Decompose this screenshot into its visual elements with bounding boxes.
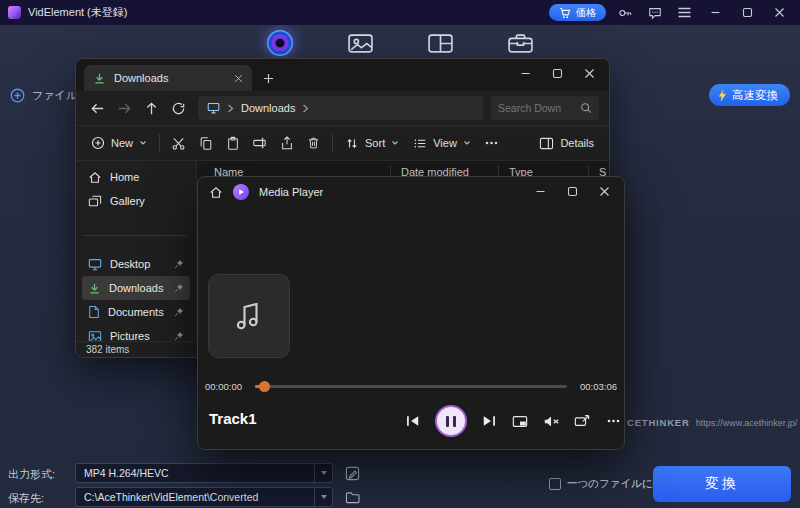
gallery-icon — [88, 195, 102, 208]
breadcrumb-downloads[interactable]: Downloads — [241, 102, 295, 114]
dropdown-caret-icon — [314, 464, 332, 482]
register-key-button[interactable] — [613, 4, 636, 22]
new-button-label: New — [111, 137, 133, 149]
sidebar-item-pictures[interactable]: Pictures — [82, 324, 190, 341]
cut-button[interactable] — [165, 129, 192, 157]
pin-icon — [174, 307, 184, 317]
seek-bar[interactable] — [255, 385, 567, 388]
back-button[interactable] — [86, 97, 109, 120]
player-home-button[interactable] — [209, 186, 223, 199]
chevron-down-icon — [139, 139, 147, 147]
media-player-window: Media Player 00:00:00 00:03:06 Track1 — [197, 176, 625, 450]
pin-icon — [174, 283, 184, 293]
explorer-maximize-button[interactable] — [541, 60, 573, 86]
explorer-minimize-button[interactable] — [509, 60, 541, 86]
new-button[interactable]: New — [84, 129, 154, 157]
explorer-sidebar: Home Gallery Desktop Downloads Documents — [76, 161, 196, 341]
more-dots-icon — [607, 419, 620, 423]
pause-icon — [446, 416, 449, 427]
toolbar-divider — [159, 134, 160, 152]
add-file-button[interactable]: ファイル — [10, 88, 77, 103]
player-maximize-button[interactable] — [556, 178, 588, 204]
search-input[interactable] — [498, 102, 576, 114]
copy-button[interactable] — [192, 129, 219, 157]
app-close-button[interactable] — [767, 4, 792, 22]
output-format-select[interactable]: MP4 H.264/HEVC — [75, 463, 333, 483]
forward-button[interactable] — [113, 97, 136, 120]
save-path-value: C:\AceThinker\VidElement\Converted — [84, 491, 258, 503]
player-controls: Track1 — [198, 401, 624, 441]
sidebar-item-label: Home — [110, 171, 139, 183]
trash-icon — [307, 136, 320, 150]
tab-converter[interactable] — [265, 28, 295, 58]
sort-button[interactable]: Sort — [338, 129, 406, 157]
price-button[interactable]: 価格 — [549, 4, 606, 21]
download-icon — [88, 282, 101, 295]
player-close-button[interactable] — [588, 178, 620, 204]
transport-controls — [404, 401, 622, 441]
sidebar-item-downloads[interactable]: Downloads — [82, 276, 190, 300]
seek-thumb[interactable] — [259, 381, 270, 392]
price-button-label: 価格 — [576, 6, 596, 20]
edit-format-button[interactable] — [341, 463, 363, 483]
fast-convert-button[interactable]: 高速変換 — [709, 84, 790, 106]
up-button[interactable] — [140, 97, 163, 120]
tab-close-button[interactable] — [234, 74, 243, 83]
convert-button[interactable]: 変換 — [653, 466, 791, 502]
hamburger-menu-icon — [678, 7, 691, 18]
feedback-button[interactable] — [643, 4, 666, 22]
plus-circle-icon — [10, 88, 25, 103]
next-button[interactable] — [480, 411, 498, 431]
chevron-down-icon — [463, 139, 471, 147]
home-icon — [209, 186, 223, 199]
more-options-button[interactable] — [478, 129, 505, 157]
tab-toolbox[interactable] — [505, 28, 535, 58]
sidebar-item-label: Desktop — [110, 258, 150, 270]
menu-button[interactable] — [673, 4, 696, 22]
collage-icon — [427, 31, 454, 56]
tab-media[interactable] — [345, 28, 375, 58]
sidebar-item-home[interactable]: Home — [82, 165, 190, 189]
cast-button[interactable] — [573, 411, 591, 431]
previous-button[interactable] — [404, 411, 422, 431]
paste-button[interactable] — [219, 129, 246, 157]
sidebar-item-label: Downloads — [109, 282, 163, 294]
delete-button[interactable] — [300, 129, 327, 157]
player-more-button[interactable] — [604, 411, 622, 431]
mini-player-button[interactable] — [511, 411, 529, 431]
new-tab-button[interactable] — [256, 66, 280, 90]
monitor-icon — [88, 258, 102, 271]
toolbox-icon — [507, 31, 534, 56]
player-minimize-button[interactable] — [524, 178, 556, 204]
pause-button[interactable] — [435, 405, 467, 437]
copy-icon — [199, 136, 213, 151]
rename-button[interactable] — [246, 129, 273, 157]
refresh-button[interactable] — [167, 97, 190, 120]
mute-button[interactable] — [542, 411, 560, 431]
details-button[interactable]: Details — [532, 129, 601, 157]
tab-collage[interactable] — [425, 28, 455, 58]
app-minimize-button[interactable] — [703, 4, 728, 22]
view-button-label: View — [433, 137, 457, 149]
view-button[interactable]: View — [406, 129, 478, 157]
sidebar-item-label: Gallery — [110, 195, 145, 207]
pin-icon — [174, 331, 184, 341]
pin-icon — [174, 259, 184, 269]
browse-folder-button[interactable] — [341, 487, 363, 507]
download-icon — [93, 72, 106, 85]
address-bar[interactable]: Downloads — [198, 96, 483, 120]
share-button[interactable] — [273, 129, 300, 157]
explorer-tab-downloads[interactable]: Downloads — [84, 65, 252, 91]
sidebar-item-gallery[interactable]: Gallery — [82, 189, 190, 213]
save-path-select[interactable]: C:\AceThinker\VidElement\Converted — [75, 487, 333, 507]
sidebar-item-desktop[interactable]: Desktop — [82, 252, 190, 276]
cast-icon — [574, 414, 590, 428]
this-pc-icon — [207, 102, 220, 114]
view-list-icon — [413, 137, 427, 150]
merge-checkbox[interactable] — [549, 478, 561, 490]
app-maximize-button[interactable] — [735, 4, 760, 22]
sidebar-item-documents[interactable]: Documents — [82, 300, 190, 324]
explorer-close-button[interactable] — [573, 60, 605, 86]
explorer-search-box[interactable] — [491, 96, 599, 120]
previous-icon — [405, 414, 421, 428]
